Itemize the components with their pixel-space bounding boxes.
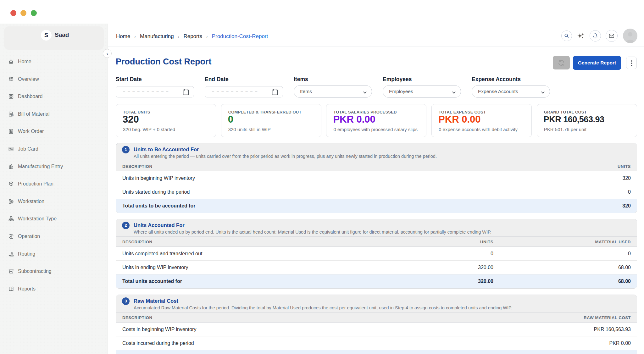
svg-text:$: $	[12, 287, 13, 290]
